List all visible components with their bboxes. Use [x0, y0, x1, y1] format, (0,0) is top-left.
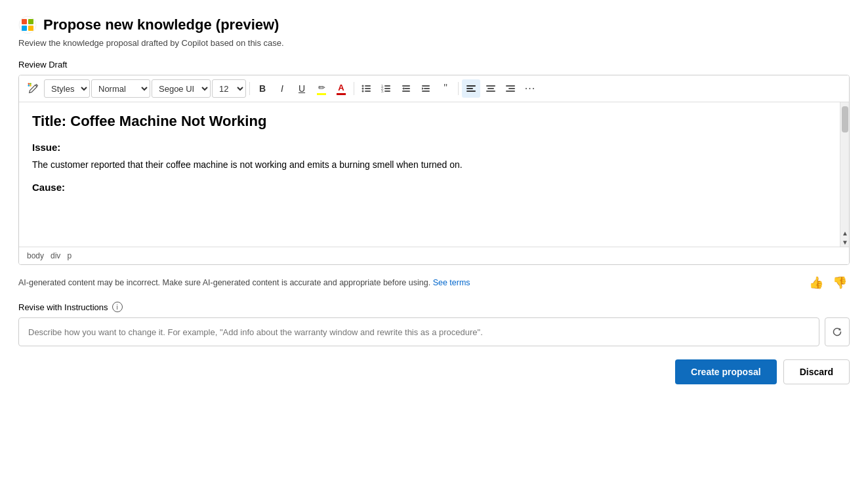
feedback-buttons: 👍 👎 — [806, 273, 850, 293]
editor-toolbar: Styles Normal Segoe UI 12 B I U ✏ A — [19, 75, 849, 102]
footer-buttons: Create proposal Discard — [18, 359, 850, 384]
revise-refresh-button[interactable] — [825, 317, 850, 346]
list-ul-icon — [362, 83, 372, 94]
svg-rect-12 — [365, 88, 371, 89]
scroll-down-arrow[interactable]: ▼ — [840, 237, 850, 247]
svg-rect-36 — [508, 88, 515, 89]
indent-decrease-icon — [401, 83, 411, 94]
svg-point-0 — [19, 16, 36, 33]
svg-point-8 — [30, 85, 31, 87]
editor-content[interactable]: Title: Coffee Machine Not Working Issue:… — [19, 102, 840, 247]
highlight-color-button[interactable]: ✏ — [312, 79, 331, 98]
breadcrumb-div: div — [51, 251, 60, 260]
page-header: Propose new knowledge (preview) — [18, 16, 850, 34]
svg-point-11 — [362, 88, 364, 90]
toolbar-divider-3 — [458, 82, 459, 95]
svg-rect-34 — [486, 91, 495, 92]
thumbs-up-button[interactable]: 👍 — [806, 273, 826, 293]
svg-point-7 — [28, 85, 30, 87]
blockquote-button[interactable]: " — [436, 79, 455, 98]
svg-rect-21 — [402, 85, 410, 87]
italic-button[interactable]: I — [273, 79, 291, 98]
svg-rect-37 — [506, 91, 515, 92]
align-center-icon — [486, 83, 496, 94]
revise-section: Revise with Instructions i — [18, 302, 850, 346]
svg-point-6 — [30, 83, 31, 85]
increase-indent-button[interactable] — [417, 79, 435, 98]
editor-issue-body: The customer reported that their coffee … — [32, 159, 827, 170]
create-proposal-button[interactable]: Create proposal — [675, 359, 777, 384]
svg-rect-27 — [422, 91, 430, 92]
align-left-icon — [466, 83, 476, 94]
paragraph-style-dropdown[interactable]: Normal — [91, 79, 150, 98]
toolbar-divider-1 — [249, 82, 250, 95]
unordered-list-button[interactable] — [358, 79, 376, 98]
revise-instructions-input[interactable] — [18, 317, 819, 346]
copilot-pen-button[interactable] — [24, 79, 43, 98]
page-title: Propose new knowledge (preview) — [43, 16, 279, 33]
breadcrumb-body: body — [27, 251, 44, 260]
thumbs-down-button[interactable]: 👎 — [830, 273, 850, 293]
svg-rect-2 — [28, 19, 33, 24]
align-left-button[interactable] — [462, 79, 480, 98]
see-terms-link[interactable]: See terms — [433, 278, 470, 287]
editor-body-wrapper: Title: Coffee Machine Not Working Issue:… — [19, 102, 849, 247]
svg-rect-22 — [404, 88, 410, 89]
align-right-button[interactable] — [501, 79, 520, 98]
svg-rect-16 — [384, 85, 390, 87]
styles-dropdown[interactable]: Styles — [44, 79, 90, 98]
svg-rect-26 — [424, 88, 430, 89]
discard-button[interactable]: Discard — [783, 359, 850, 384]
svg-rect-1 — [22, 19, 27, 24]
font-size-dropdown[interactable]: 12 — [212, 79, 246, 98]
copilot-icon — [18, 16, 37, 34]
list-ol-icon: 1. 2. 3. — [381, 83, 392, 94]
svg-marker-28 — [422, 87, 424, 90]
svg-rect-14 — [365, 91, 371, 92]
ordered-list-button[interactable]: 1. 2. 3. — [377, 79, 396, 98]
svg-rect-3 — [22, 26, 27, 31]
svg-point-9 — [362, 85, 364, 87]
underline-button[interactable]: U — [293, 79, 311, 98]
svg-marker-24 — [402, 87, 404, 90]
scroll-up-arrow[interactable]: ▲ — [840, 228, 850, 237]
align-right-icon — [505, 83, 516, 94]
refresh-icon — [832, 327, 842, 337]
pen-icon — [28, 83, 39, 94]
decrease-indent-button[interactable] — [397, 79, 415, 98]
svg-rect-29 — [466, 85, 476, 87]
svg-rect-32 — [486, 85, 495, 87]
info-icon: i — [112, 302, 123, 312]
svg-rect-35 — [506, 85, 515, 87]
ai-disclaimer-text: AI-generated content may be incorrect. M… — [18, 278, 806, 287]
revise-label: Revise with Instructions i — [18, 302, 850, 312]
svg-rect-18 — [384, 88, 390, 89]
editor-cause-heading: Cause: — [32, 182, 827, 193]
revise-input-row — [18, 317, 850, 346]
svg-rect-33 — [487, 88, 494, 89]
editor-scrollbar[interactable]: ▲ ▼ — [840, 102, 849, 247]
ai-disclaimer-row: AI-generated content may be incorrect. M… — [18, 273, 850, 293]
editor-doc-title: Title: Coffee Machine Not Working — [32, 113, 827, 130]
toolbar-divider-2 — [354, 82, 354, 95]
svg-rect-25 — [422, 85, 430, 87]
editor-path-footer: body div p — [19, 247, 849, 264]
svg-point-13 — [362, 91, 364, 92]
font-color-button[interactable]: A — [332, 79, 350, 98]
review-draft-label: Review Draft — [18, 60, 850, 70]
svg-text:3.: 3. — [381, 89, 384, 93]
font-family-dropdown[interactable]: Segoe UI — [152, 79, 211, 98]
indent-increase-icon — [421, 83, 431, 94]
rich-text-editor: Styles Normal Segoe UI 12 B I U ✏ A — [18, 75, 850, 265]
svg-rect-20 — [384, 91, 390, 92]
svg-rect-4 — [28, 26, 33, 31]
svg-rect-30 — [466, 88, 473, 89]
editor-issue-heading: Issue: — [32, 142, 827, 153]
svg-rect-31 — [466, 91, 476, 92]
svg-rect-23 — [402, 91, 410, 92]
svg-rect-10 — [365, 85, 371, 87]
more-options-button[interactable]: ··· — [521, 79, 539, 98]
bold-button[interactable]: B — [253, 79, 272, 98]
svg-point-5 — [28, 83, 30, 85]
align-center-button[interactable] — [482, 79, 500, 98]
